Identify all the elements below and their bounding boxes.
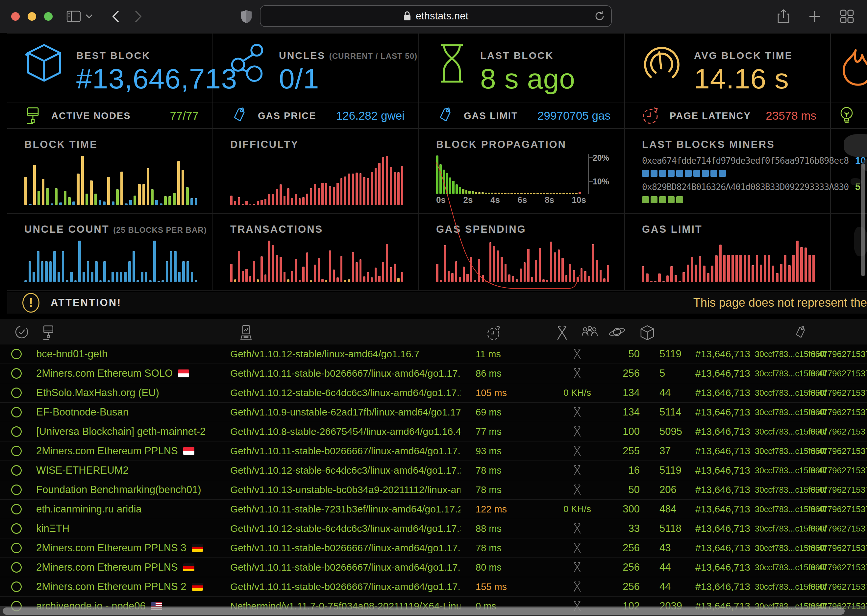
block-hash[interactable]: 30ccf783...c15f660f xyxy=(755,388,811,398)
block-hash[interactable]: 30ccf783...c15f660f xyxy=(755,427,811,437)
privacy-shield-icon[interactable] xyxy=(241,9,252,24)
minimize-window-button[interactable] xyxy=(28,12,36,21)
avg-block-time-panel: AVG BLOCK TIME 14.16 s xyxy=(625,33,831,102)
pin-node-toggle[interactable] xyxy=(11,446,22,456)
block_propagation-bar xyxy=(449,178,451,194)
miner-address[interactable]: 0x829BD824B016326A401d083B33D092293333A8… xyxy=(642,182,848,192)
pin-node-toggle[interactable] xyxy=(11,349,22,359)
pin-node-toggle[interactable] xyxy=(11,523,22,534)
block_propagation-bar xyxy=(452,181,455,194)
difficulty-bar xyxy=(261,200,263,205)
price-tag-icon xyxy=(230,106,248,126)
block-hash[interactable]: 30ccf783...c15f660f xyxy=(755,524,811,533)
horizontal-scrollbar[interactable] xyxy=(0,606,867,616)
block-hash[interactable]: 30ccf783...c15f660f xyxy=(755,543,811,553)
last-block-number[interactable]: #13,646,713 xyxy=(688,387,755,398)
node-row[interactable]: 2Miners.com Ethereum PPLNSGeth/v1.10.11-… xyxy=(0,558,867,577)
block-hash[interactable]: 30ccf783...c15f660f xyxy=(755,369,811,378)
last-block-number[interactable]: #13,646,713 xyxy=(688,562,755,573)
node-name[interactable]: eth.icanmining.ru aridia xyxy=(33,503,230,515)
node-row[interactable]: 2Miners.com Ethereum PPLNS 3Geth/v1.10.1… xyxy=(0,538,867,558)
zoom-window-button[interactable] xyxy=(44,12,53,21)
node-name[interactable]: bce-bnd01-geth xyxy=(33,348,230,360)
last-block-number[interactable]: #13,646,713 xyxy=(688,445,755,457)
client-version: Geth/v1.10.12-stable-6c4dc6c3/linux-amd6… xyxy=(230,387,461,398)
block-hash[interactable]: 30ccf783...c15f660f xyxy=(755,485,811,495)
last-block-number[interactable]: #13,646,713 xyxy=(688,368,755,379)
peer-count: 256 xyxy=(623,542,640,554)
new-tab-icon[interactable] xyxy=(809,10,821,23)
block-hash[interactable]: 30ccf783...c15f660f xyxy=(755,408,811,417)
block-hash[interactable]: 30ccf783...c15f660f xyxy=(755,582,811,592)
node-row[interactable]: Foundation Benchmarking(bench01)Geth/v1.… xyxy=(0,480,867,500)
client-version: Geth/v1.10.9-unstable-62ad17fb/linux-amd… xyxy=(230,407,461,418)
last-block-number[interactable]: #13,646,713 xyxy=(688,542,755,553)
mining-status xyxy=(571,368,583,379)
last-block-number[interactable]: #13,646,713 xyxy=(688,504,755,515)
node-row[interactable]: WISE-ETHEREUM2Geth/v1.10.12-stable-6c4dc… xyxy=(0,461,867,480)
node-row[interactable]: [Universa Blockchain] geth-mainnet-2Geth… xyxy=(0,422,867,442)
sidebar-chevron-down-icon[interactable] xyxy=(85,14,93,19)
tab-overview-icon[interactable] xyxy=(840,9,854,24)
node-row[interactable]: kinΞTHGeth/v1.10.12-stable-6c4dc6c3/linu… xyxy=(0,519,867,538)
node-name[interactable]: 2Miners.com Ethereum PPLNS 2 xyxy=(33,581,230,592)
pin-node-toggle[interactable] xyxy=(11,407,22,418)
last-block-number[interactable]: #13,646,713 xyxy=(688,465,755,476)
node-row[interactable]: bce-bnd01-gethGeth/v1.10.12-stable/linux… xyxy=(0,344,867,364)
gas_limit-bar xyxy=(735,255,738,282)
miner-address[interactable]: 0xea674fdde714fd979de3edf0f56aa9716b898e… xyxy=(642,156,848,166)
node-name[interactable]: 2Miners.com Ethereum PPLNS xyxy=(33,445,230,457)
gas_limit-bar xyxy=(784,255,787,282)
node-name[interactable]: 2Miners.com Ethereum SOLO xyxy=(33,368,230,379)
node-row[interactable]: 2Miners.com Ethereum SOLOGeth/v1.10.11-s… xyxy=(0,364,867,383)
gas_limit-bar xyxy=(723,255,725,282)
node-name[interactable]: EthSolo.MaxHash.org (EU) xyxy=(33,387,230,399)
node-name[interactable]: 2Miners.com Ethereum PPLNS 3 xyxy=(33,542,230,554)
last-block-number[interactable]: #13,646,713 xyxy=(688,523,755,534)
last-block-number[interactable]: #13,646,713 xyxy=(688,349,755,360)
last-blocks-miners-title: LAST BLOCKS MINERS xyxy=(642,139,815,151)
pin-node-toggle[interactable] xyxy=(11,581,22,592)
share-icon[interactable] xyxy=(777,9,789,24)
pin-node-toggle[interactable] xyxy=(11,562,22,573)
block-hash[interactable]: 30ccf783...c15f660f xyxy=(755,349,811,359)
close-window-button[interactable] xyxy=(11,12,20,21)
block-hash[interactable]: 30ccf783...c15f660f xyxy=(755,504,811,514)
pin-node-toggle[interactable] xyxy=(11,368,22,379)
pin-node-toggle[interactable] xyxy=(11,543,22,553)
node-name[interactable]: kinΞTH xyxy=(33,523,230,534)
last-block-number[interactable]: #13,646,713 xyxy=(688,484,755,495)
pin-node-toggle[interactable] xyxy=(11,426,22,437)
block-hash[interactable]: 30ccf783...c15f660f xyxy=(755,446,811,456)
pin-node-toggle[interactable] xyxy=(11,504,22,514)
block_propagation-bar xyxy=(579,192,581,194)
node-name[interactable]: [Universa Blockchain] geth-mainnet-2 xyxy=(33,426,230,437)
node-row[interactable]: 2Miners.com Ethereum PPLNS 2Geth/v1.10.1… xyxy=(0,577,867,597)
vertical-scrollbar[interactable] xyxy=(861,164,865,276)
transactions-bar xyxy=(363,277,365,282)
back-button[interactable] xyxy=(112,10,120,23)
gas_limit-bar xyxy=(650,281,653,282)
reload-icon[interactable] xyxy=(594,10,605,22)
pin-node-toggle[interactable] xyxy=(11,388,22,398)
block-hash[interactable]: 30ccf783...c15f660f xyxy=(755,563,811,572)
pin-node-toggle[interactable] xyxy=(11,484,22,495)
node-name[interactable]: Foundation Benchmarking(bench01) xyxy=(33,484,230,496)
last-block-number[interactable]: #13,646,713 xyxy=(688,426,755,437)
node-row[interactable]: 2Miners.com Ethereum PPLNSGeth/v1.10.11-… xyxy=(0,442,867,461)
node-name[interactable]: EF-Bootnode-Busan xyxy=(33,406,230,418)
pin-node-toggle[interactable] xyxy=(11,465,22,476)
sidebar-toggle-icon[interactable] xyxy=(66,11,81,22)
forward-button[interactable] xyxy=(134,10,142,23)
gas_spending-bar xyxy=(440,280,442,282)
node-name[interactable]: 2Miners.com Ethereum PPLNS xyxy=(33,561,230,573)
last-block-number[interactable]: #13,646,713 xyxy=(688,407,755,418)
node-row[interactable]: EF-Bootnode-BusanGeth/v1.10.9-unstable-6… xyxy=(0,403,867,422)
address-bar[interactable]: ethstats.net xyxy=(260,5,612,27)
node-row[interactable]: EthSolo.MaxHash.org (EU)Geth/v1.10.12-st… xyxy=(0,383,867,403)
block-hash[interactable]: 30ccf783...c15f660f xyxy=(755,466,811,475)
block_time-bar xyxy=(42,179,44,205)
node-name[interactable]: WISE-ETHEREUM2 xyxy=(33,464,230,476)
node-row[interactable]: eth.icanmining.ru aridiaGeth/v1.10.11-st… xyxy=(0,500,867,519)
last-block-number[interactable]: #13,646,713 xyxy=(688,581,755,592)
